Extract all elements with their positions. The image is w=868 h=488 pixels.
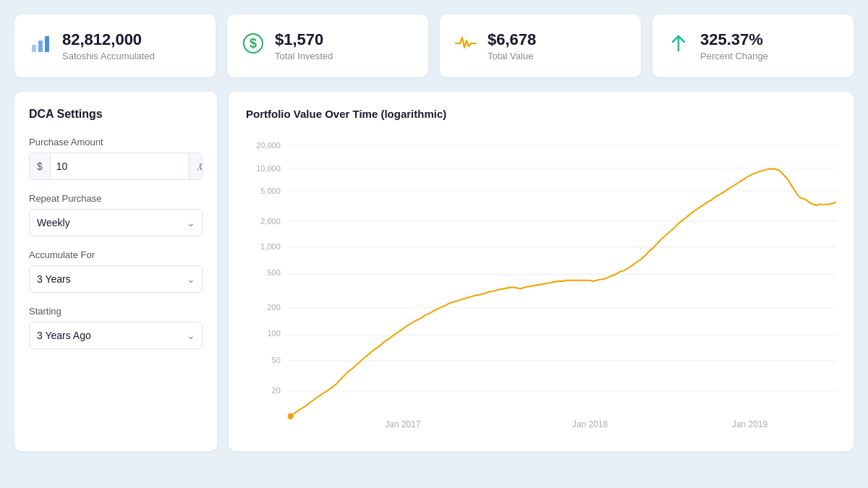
total-invested-card: $ $1,570 Total Invested <box>227 14 428 77</box>
satoshis-value: 82,812,000 <box>62 30 155 49</box>
purchase-amount-prefix: $ <box>30 153 51 179</box>
total-invested-value: $1,570 <box>275 30 333 49</box>
main-content: DCA Settings Purchase Amount $ .00 Repea… <box>14 92 854 451</box>
svg-text:1,000: 1,000 <box>260 242 280 251</box>
purchase-amount-input-row[interactable]: $ .00 <box>29 153 203 180</box>
svg-text:Jan 2017: Jan 2017 <box>385 420 420 430</box>
svg-text:5,000: 5,000 <box>260 187 280 195</box>
percent-change-card: 325.37% Percent Change <box>652 14 854 77</box>
svg-text:Jan 2019: Jan 2019 <box>732 420 767 430</box>
svg-text:20: 20 <box>272 386 281 395</box>
svg-text:2,000: 2,000 <box>260 217 280 226</box>
repeat-purchase-wrapper[interactable]: Weekly Daily Monthly ⌄ <box>29 209 203 236</box>
svg-text:200: 200 <box>267 303 280 312</box>
svg-text:20,000: 20,000 <box>256 141 280 150</box>
satoshis-label: Satoshis Accumulated <box>62 51 155 61</box>
purchase-amount-group: Purchase Amount $ .00 <box>29 137 203 180</box>
svg-text:50: 50 <box>272 356 281 364</box>
total-value-value: $6,678 <box>488 30 536 49</box>
chart-container: 20,000 10,000 5,000 2,000 1,000 500 200 … <box>246 132 836 435</box>
chart-title: Portfolio Value Over Time (logarithmic) <box>246 108 836 120</box>
satoshis-card: 82,812,000 Satoshis Accumulated <box>14 14 216 77</box>
stats-cards: 82,812,000 Satoshis Accumulated $ $1,570… <box>14 14 854 77</box>
total-value-card: $6,678 Total Value <box>440 14 641 77</box>
portfolio-chart: 20,000 10,000 5,000 2,000 1,000 500 200 … <box>246 132 836 435</box>
percent-change-content: 325.37% Percent Change <box>700 30 768 61</box>
starting-label: Starting <box>29 306 203 317</box>
chart-panel: Portfolio Value Over Time (logarithmic) … <box>229 92 854 451</box>
settings-title: DCA Settings <box>29 108 203 121</box>
dollar-icon: $ <box>242 32 265 60</box>
purchase-amount-label: Purchase Amount <box>29 137 203 147</box>
dca-settings-panel: DCA Settings Purchase Amount $ .00 Repea… <box>14 92 217 451</box>
total-invested-content: $1,570 Total Invested <box>275 30 333 61</box>
svg-text:$: $ <box>250 36 257 51</box>
starting-wrapper[interactable]: 3 Years Ago 1 Year Ago 2 Years Ago 5 Yea… <box>29 322 203 349</box>
percent-change-label: Percent Change <box>700 51 768 61</box>
svg-rect-2 <box>45 36 49 52</box>
starting-select[interactable]: 3 Years Ago 1 Year Ago 2 Years Ago 5 Yea… <box>29 322 203 349</box>
svg-text:500: 500 <box>267 269 280 278</box>
arrow-up-icon <box>667 32 690 60</box>
satoshis-content: 82,812,000 Satoshis Accumulated <box>62 30 155 61</box>
svg-rect-0 <box>32 45 36 52</box>
accumulate-for-select[interactable]: 3 Years 1 Year 2 Years 5 Years 10 Years <box>29 265 203 293</box>
accumulate-for-wrapper[interactable]: 3 Years 1 Year 2 Years 5 Years 10 Years … <box>29 265 203 293</box>
svg-rect-1 <box>38 40 43 52</box>
accumulate-for-label: Accumulate For <box>29 249 203 260</box>
repeat-purchase-group: Repeat Purchase Weekly Daily Monthly ⌄ <box>29 193 203 236</box>
starting-group: Starting 3 Years Ago 1 Year Ago 2 Years … <box>29 306 203 349</box>
repeat-purchase-select[interactable]: Weekly Daily Monthly <box>29 209 203 236</box>
total-invested-label: Total Invested <box>275 51 333 61</box>
purchase-amount-suffix: .00 <box>189 153 203 179</box>
purchase-amount-input[interactable] <box>51 153 189 179</box>
repeat-purchase-label: Repeat Purchase <box>29 193 203 204</box>
svg-text:Jan 2018: Jan 2018 <box>572 420 608 430</box>
svg-text:10,000: 10,000 <box>256 164 280 173</box>
pulse-icon <box>454 32 477 60</box>
total-value-label: Total Value <box>488 51 536 61</box>
chart-start-dot <box>288 414 294 419</box>
svg-text:100: 100 <box>267 330 280 338</box>
accumulate-for-group: Accumulate For 3 Years 1 Year 2 Years 5 … <box>29 249 203 293</box>
chart-line <box>291 169 836 416</box>
total-value-content: $6,678 Total Value <box>488 30 536 61</box>
percent-change-value: 325.37% <box>700 30 768 49</box>
bar-chart-icon <box>29 32 52 60</box>
